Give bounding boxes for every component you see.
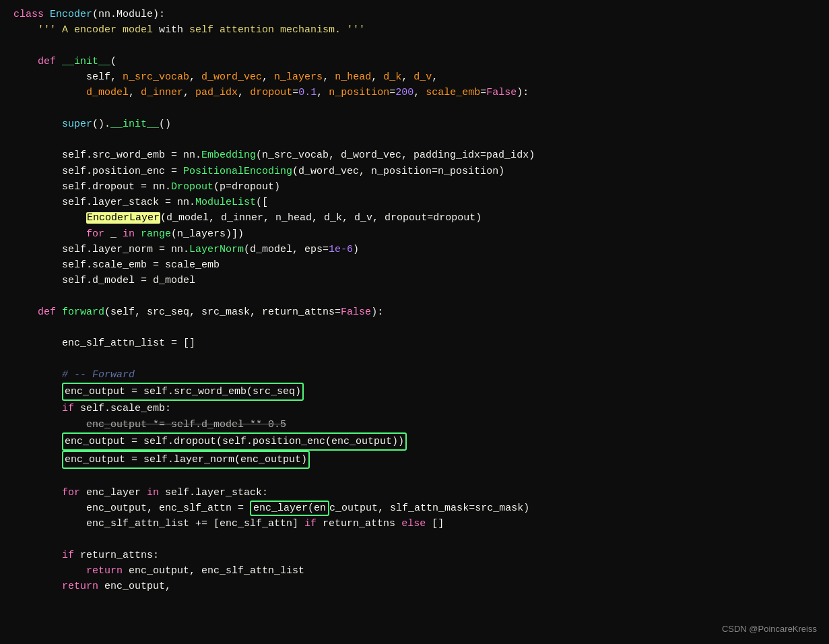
code-line-1: class Encoder(nn.Module): bbox=[13, 7, 816, 22]
code-line-3 bbox=[13, 38, 816, 54]
code-line-19 bbox=[13, 289, 816, 304]
code-line-35: if return_attns: bbox=[13, 548, 816, 563]
code-line-23 bbox=[13, 352, 816, 367]
code-line-10: self.src_word_emb = nn.Embedding(n_src_v… bbox=[13, 148, 816, 163]
code-line-16: self.layer_norm = nn.LayerNorm(d_model, … bbox=[13, 242, 816, 257]
code-line-6: d_model, d_inner, pad_idx, dropout=0.1, … bbox=[13, 85, 816, 100]
code-line-24: # -- Forward bbox=[13, 367, 816, 383]
code-line-25: enc_output = self.src_word_emb(src_seq) bbox=[13, 383, 816, 401]
code-line-11: self.position_enc = PositionalEncoding(d… bbox=[13, 164, 816, 179]
code-line-2: ''' A encoder model with self attention … bbox=[13, 22, 816, 38]
code-line-21 bbox=[13, 320, 816, 335]
code-editor: class Encoder(nn.Module): ''' A encoder … bbox=[0, 0, 829, 644]
code-line-31: for enc_layer in self.layer_stack: bbox=[13, 485, 816, 501]
code-line-26: if self.scale_emb: bbox=[13, 401, 816, 416]
code-line-29: enc_output = self.layer_norm(enc_output) bbox=[13, 451, 816, 469]
code-line-12: self.dropout = nn.Dropout(p=dropout) bbox=[13, 179, 816, 195]
code-line-4: def __init__( bbox=[13, 54, 816, 69]
code-line-28: enc_output = self.dropout(self.position_… bbox=[13, 432, 816, 451]
code-line-32: enc_output, enc_slf_attn = enc_layer(enc… bbox=[13, 501, 816, 516]
code-line-30 bbox=[13, 469, 816, 484]
code-line-17: self.scale_emb = scale_emb bbox=[13, 257, 816, 273]
code-line-14: EncoderLayer(d_model, d_inner, n_head, d… bbox=[13, 210, 816, 226]
code-line-33: enc_slf_attn_list += [enc_slf_attn] if r… bbox=[13, 516, 816, 532]
code-line-9 bbox=[13, 132, 816, 148]
code-line-13: self.layer_stack = nn.ModuleList([ bbox=[13, 195, 816, 210]
code-line-5: self, n_src_vocab, d_word_vec, n_layers,… bbox=[13, 69, 816, 85]
code-line-27: enc_output *= self.d_model ** 0.5 bbox=[13, 417, 816, 432]
code-line-36: return enc_output, enc_slf_attn_list bbox=[13, 563, 816, 579]
code-line-34 bbox=[13, 532, 816, 547]
code-line-15: for _ in range(n_layers)]) bbox=[13, 226, 816, 242]
code-line-22: enc_slf_attn_list = [] bbox=[13, 335, 816, 351]
code-line-8: super().__init__() bbox=[13, 117, 816, 132]
code-line-7 bbox=[13, 101, 816, 117]
watermark: CSDN @PoincareKreiss bbox=[722, 622, 817, 636]
code-line-18: self.d_model = d_model bbox=[13, 273, 816, 288]
code-line-37: return enc_output, bbox=[13, 579, 816, 594]
code-line-20: def forward(self, src_seq, src_mask, ret… bbox=[13, 304, 816, 320]
